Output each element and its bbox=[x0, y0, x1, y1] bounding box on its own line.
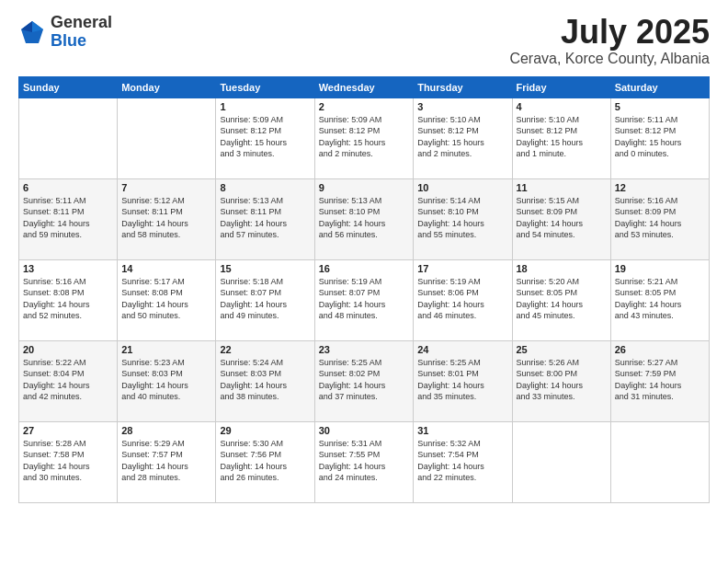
day-info: Sunrise: 5:09 AMSunset: 8:12 PMDaylight:… bbox=[319, 114, 409, 160]
calendar-cell: 15Sunrise: 5:18 AMSunset: 8:07 PMDayligh… bbox=[216, 259, 314, 340]
day-number: 4 bbox=[517, 101, 607, 112]
day-number: 14 bbox=[121, 263, 211, 274]
calendar-cell bbox=[610, 421, 709, 502]
day-number: 5 bbox=[615, 101, 705, 112]
day-number: 26 bbox=[615, 344, 705, 355]
calendar-cell: 7Sunrise: 5:12 AMSunset: 8:11 PMDaylight… bbox=[118, 178, 216, 259]
col-wednesday: Wednesday bbox=[314, 76, 413, 98]
day-number: 1 bbox=[220, 101, 310, 112]
day-info: Sunrise: 5:14 AMSunset: 8:10 PMDaylight:… bbox=[417, 195, 507, 241]
day-info: Sunrise: 5:31 AMSunset: 7:55 PMDaylight:… bbox=[319, 438, 409, 484]
day-info: Sunrise: 5:20 AMSunset: 8:05 PMDaylight:… bbox=[517, 276, 607, 322]
calendar-cell: 17Sunrise: 5:19 AMSunset: 8:06 PMDayligh… bbox=[414, 259, 512, 340]
day-number: 27 bbox=[23, 425, 113, 436]
day-number: 11 bbox=[517, 182, 607, 193]
day-number: 21 bbox=[121, 344, 211, 355]
day-info: Sunrise: 5:10 AMSunset: 8:12 PMDaylight:… bbox=[417, 114, 507, 160]
day-number: 8 bbox=[220, 182, 310, 193]
day-number: 9 bbox=[319, 182, 409, 193]
day-info: Sunrise: 5:11 AMSunset: 8:12 PMDaylight:… bbox=[615, 114, 705, 160]
calendar-cell bbox=[118, 98, 216, 178]
day-info: Sunrise: 5:22 AMSunset: 8:04 PMDaylight:… bbox=[23, 357, 113, 403]
calendar-cell: 26Sunrise: 5:27 AMSunset: 7:59 PMDayligh… bbox=[610, 340, 709, 421]
day-info: Sunrise: 5:12 AMSunset: 8:11 PMDaylight:… bbox=[121, 195, 211, 241]
day-info: Sunrise: 5:17 AMSunset: 8:08 PMDaylight:… bbox=[121, 276, 211, 322]
day-number: 25 bbox=[517, 344, 607, 355]
day-info: Sunrise: 5:16 AMSunset: 8:09 PMDaylight:… bbox=[615, 195, 705, 241]
calendar-cell: 10Sunrise: 5:14 AMSunset: 8:10 PMDayligh… bbox=[414, 178, 512, 259]
day-info: Sunrise: 5:13 AMSunset: 8:10 PMDaylight:… bbox=[319, 195, 409, 241]
day-number: 31 bbox=[417, 425, 507, 436]
calendar-cell: 28Sunrise: 5:29 AMSunset: 7:57 PMDayligh… bbox=[118, 421, 216, 502]
day-info: Sunrise: 5:15 AMSunset: 8:09 PMDaylight:… bbox=[517, 195, 607, 241]
calendar-cell: 22Sunrise: 5:24 AMSunset: 8:03 PMDayligh… bbox=[216, 340, 314, 421]
calendar-cell: 19Sunrise: 5:21 AMSunset: 8:05 PMDayligh… bbox=[610, 259, 709, 340]
header: General Blue July 2025 Cerava, Korce Cou… bbox=[18, 14, 710, 67]
calendar-cell: 6Sunrise: 5:11 AMSunset: 8:11 PMDaylight… bbox=[19, 178, 118, 259]
day-number: 16 bbox=[319, 263, 409, 274]
day-number: 24 bbox=[417, 344, 507, 355]
day-info: Sunrise: 5:09 AMSunset: 8:12 PMDaylight:… bbox=[220, 114, 310, 160]
calendar-cell: 3Sunrise: 5:10 AMSunset: 8:12 PMDaylight… bbox=[414, 98, 512, 178]
day-number: 29 bbox=[220, 425, 310, 436]
day-number: 17 bbox=[417, 263, 507, 274]
day-number: 7 bbox=[121, 182, 211, 193]
day-number: 19 bbox=[615, 263, 705, 274]
col-sunday: Sunday bbox=[19, 76, 118, 98]
day-info: Sunrise: 5:10 AMSunset: 8:12 PMDaylight:… bbox=[517, 114, 607, 160]
calendar-cell: 27Sunrise: 5:28 AMSunset: 7:58 PMDayligh… bbox=[19, 421, 118, 502]
calendar-cell bbox=[19, 98, 118, 178]
day-number: 28 bbox=[121, 425, 211, 436]
day-info: Sunrise: 5:23 AMSunset: 8:03 PMDaylight:… bbox=[121, 357, 211, 403]
col-friday: Friday bbox=[512, 76, 610, 98]
day-info: Sunrise: 5:19 AMSunset: 8:07 PMDaylight:… bbox=[319, 276, 409, 322]
day-number: 15 bbox=[220, 263, 310, 274]
calendar-cell bbox=[512, 421, 610, 502]
calendar-cell: 30Sunrise: 5:31 AMSunset: 7:55 PMDayligh… bbox=[314, 421, 413, 502]
logo-text: General Blue bbox=[51, 14, 112, 51]
location-title: Cerava, Korce County, Albania bbox=[509, 51, 710, 67]
day-info: Sunrise: 5:28 AMSunset: 7:58 PMDaylight:… bbox=[23, 438, 113, 484]
logo-blue: Blue bbox=[51, 32, 112, 51]
day-number: 18 bbox=[517, 263, 607, 274]
calendar-cell: 29Sunrise: 5:30 AMSunset: 7:56 PMDayligh… bbox=[216, 421, 314, 502]
logo-general: General bbox=[51, 14, 112, 32]
calendar-cell: 31Sunrise: 5:32 AMSunset: 7:54 PMDayligh… bbox=[414, 421, 512, 502]
day-number: 3 bbox=[417, 101, 507, 112]
day-info: Sunrise: 5:21 AMSunset: 8:05 PMDaylight:… bbox=[615, 276, 705, 322]
calendar-cell: 24Sunrise: 5:25 AMSunset: 8:01 PMDayligh… bbox=[414, 340, 512, 421]
calendar: Sunday Monday Tuesday Wednesday Thursday… bbox=[18, 76, 710, 503]
calendar-cell: 1Sunrise: 5:09 AMSunset: 8:12 PMDaylight… bbox=[216, 98, 314, 178]
day-info: Sunrise: 5:30 AMSunset: 7:56 PMDaylight:… bbox=[220, 438, 310, 484]
calendar-week-5: 27Sunrise: 5:28 AMSunset: 7:58 PMDayligh… bbox=[19, 421, 710, 502]
logo-icon bbox=[18, 18, 46, 46]
calendar-cell: 25Sunrise: 5:26 AMSunset: 8:00 PMDayligh… bbox=[512, 340, 610, 421]
day-number: 30 bbox=[319, 425, 409, 436]
page: General Blue July 2025 Cerava, Korce Cou… bbox=[0, 0, 728, 563]
calendar-week-2: 6Sunrise: 5:11 AMSunset: 8:11 PMDaylight… bbox=[19, 178, 710, 259]
day-number: 6 bbox=[23, 182, 113, 193]
logo: General Blue bbox=[18, 14, 112, 51]
col-monday: Monday bbox=[118, 76, 216, 98]
calendar-cell: 16Sunrise: 5:19 AMSunset: 8:07 PMDayligh… bbox=[314, 259, 413, 340]
col-tuesday: Tuesday bbox=[216, 76, 314, 98]
calendar-cell: 13Sunrise: 5:16 AMSunset: 8:08 PMDayligh… bbox=[19, 259, 118, 340]
day-info: Sunrise: 5:26 AMSunset: 8:00 PMDaylight:… bbox=[517, 357, 607, 403]
day-number: 13 bbox=[23, 263, 113, 274]
calendar-cell: 8Sunrise: 5:13 AMSunset: 8:11 PMDaylight… bbox=[216, 178, 314, 259]
calendar-cell: 18Sunrise: 5:20 AMSunset: 8:05 PMDayligh… bbox=[512, 259, 610, 340]
calendar-week-1: 1Sunrise: 5:09 AMSunset: 8:12 PMDaylight… bbox=[19, 98, 710, 178]
calendar-week-3: 13Sunrise: 5:16 AMSunset: 8:08 PMDayligh… bbox=[19, 259, 710, 340]
calendar-cell: 14Sunrise: 5:17 AMSunset: 8:08 PMDayligh… bbox=[118, 259, 216, 340]
day-info: Sunrise: 5:27 AMSunset: 7:59 PMDaylight:… bbox=[615, 357, 705, 403]
calendar-cell: 20Sunrise: 5:22 AMSunset: 8:04 PMDayligh… bbox=[19, 340, 118, 421]
day-number: 2 bbox=[319, 101, 409, 112]
calendar-cell: 21Sunrise: 5:23 AMSunset: 8:03 PMDayligh… bbox=[118, 340, 216, 421]
calendar-cell: 11Sunrise: 5:15 AMSunset: 8:09 PMDayligh… bbox=[512, 178, 610, 259]
day-info: Sunrise: 5:11 AMSunset: 8:11 PMDaylight:… bbox=[23, 195, 113, 241]
day-info: Sunrise: 5:29 AMSunset: 7:57 PMDaylight:… bbox=[121, 438, 211, 484]
title-block: July 2025 Cerava, Korce County, Albania bbox=[509, 14, 710, 67]
day-info: Sunrise: 5:16 AMSunset: 8:08 PMDaylight:… bbox=[23, 276, 113, 322]
col-thursday: Thursday bbox=[414, 76, 512, 98]
calendar-cell: 2Sunrise: 5:09 AMSunset: 8:12 PMDaylight… bbox=[314, 98, 413, 178]
